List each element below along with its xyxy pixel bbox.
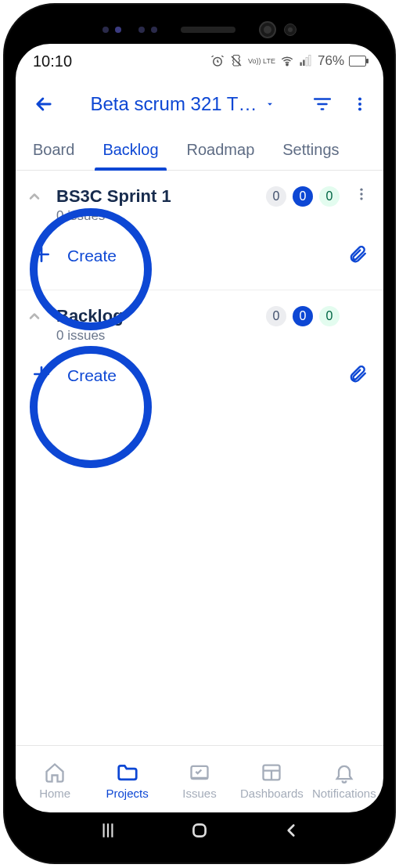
- system-nav-bar: [16, 812, 383, 852]
- status-indicators: Vo)) LTE 76%: [210, 53, 366, 69]
- tab-roadmap[interactable]: Roadmap: [184, 130, 258, 170]
- app-header: Beta scrum 321 T…: [16, 78, 383, 130]
- attach-button[interactable]: [347, 364, 368, 387]
- nav-label: Projects: [106, 787, 149, 800]
- screen: 10:10 Vo)) LTE 76%: [16, 44, 383, 812]
- svg-point-12: [360, 197, 362, 200]
- filter-button[interactable]: [307, 88, 338, 120]
- nav-label: Notifications: [312, 787, 376, 800]
- svg-rect-4: [303, 60, 304, 67]
- collapse-toggle[interactable]: [27, 306, 45, 327]
- badge-todo: 0: [266, 306, 286, 326]
- badge-done: 0: [319, 186, 340, 207]
- home-button[interactable]: [189, 820, 210, 844]
- volte-icon: Vo)) LTE: [248, 58, 275, 65]
- sprint-section: BS3C Sprint 1 0 issues 0 0 0: [16, 171, 383, 290]
- svg-point-10: [360, 189, 362, 191]
- nav-issues[interactable]: Issues: [164, 762, 235, 800]
- battery-percent: 76%: [318, 53, 344, 69]
- status-time: 10:10: [33, 52, 72, 70]
- nav-label: Issues: [182, 787, 216, 800]
- svg-point-2: [286, 63, 288, 65]
- badge-in-progress: 0: [293, 186, 313, 207]
- nav-dashboards[interactable]: Dashboards: [235, 762, 307, 800]
- badge-done: 0: [319, 306, 340, 326]
- svg-point-9: [358, 107, 361, 110]
- dashboards-icon: [261, 762, 282, 783]
- alarm-icon: [210, 54, 225, 68]
- svg-point-8: [358, 103, 361, 106]
- svg-rect-5: [306, 58, 307, 67]
- folder-icon: [116, 762, 139, 783]
- system-back-button[interactable]: [281, 820, 301, 844]
- signal-icon: [299, 54, 313, 68]
- battery-icon: [349, 56, 366, 67]
- svg-rect-15: [193, 824, 205, 836]
- svg-rect-6: [309, 56, 311, 67]
- attach-button[interactable]: [347, 244, 368, 268]
- status-bar: 10:10 Vo)) LTE 76%: [16, 44, 383, 78]
- nav-notifications[interactable]: Notifications: [308, 762, 380, 800]
- tab-backlog[interactable]: Backlog: [99, 130, 161, 170]
- backlog-title: Backlog: [56, 306, 255, 326]
- back-button[interactable]: [28, 88, 59, 120]
- backlog-section: Backlog 0 issues 0 0 0 . Create: [16, 290, 383, 409]
- project-title: Beta scrum 321 T…: [91, 93, 257, 115]
- recents-button[interactable]: [98, 820, 118, 844]
- sprint-title: BS3C Sprint 1: [56, 186, 255, 207]
- create-issue-button[interactable]: Create: [67, 366, 332, 385]
- status-badges: 0 0 0: [266, 306, 340, 326]
- nav-label: Dashboards: [240, 787, 304, 800]
- backlog-content[interactable]: BS3C Sprint 1 0 issues 0 0 0: [16, 171, 383, 745]
- svg-point-11: [360, 193, 362, 195]
- chevron-down-icon: [264, 99, 275, 110]
- sprint-issue-count: 0 issues: [56, 208, 255, 224]
- create-issue-button[interactable]: Create: [67, 247, 332, 265]
- bell-icon: [333, 762, 355, 783]
- more-button[interactable]: [349, 88, 371, 120]
- svg-rect-3: [300, 63, 301, 67]
- nav-projects[interactable]: Projects: [91, 762, 163, 800]
- project-tabs: Board Backlog Roadmap Settings: [16, 130, 383, 171]
- home-icon: [44, 762, 66, 783]
- tab-board[interactable]: Board: [30, 130, 77, 170]
- svg-point-7: [358, 98, 361, 101]
- backlog-issue-count: 0 issues: [56, 328, 255, 344]
- badge-in-progress: 0: [293, 306, 313, 326]
- nav-label: Home: [39, 787, 70, 800]
- project-selector[interactable]: Beta scrum 321 T…: [70, 93, 296, 115]
- issues-icon: [189, 762, 210, 783]
- sprint-more-button[interactable]: [350, 186, 372, 202]
- collapse-toggle[interactable]: [27, 186, 45, 207]
- plus-icon: [31, 364, 52, 387]
- status-badges: 0 0 0: [266, 186, 340, 207]
- badge-todo: 0: [266, 186, 286, 207]
- nav-home[interactable]: Home: [19, 762, 91, 800]
- wifi-icon: [280, 54, 294, 68]
- vibrate-icon: [229, 54, 243, 68]
- tab-settings[interactable]: Settings: [279, 130, 342, 170]
- bottom-nav: Home Projects Issues Dashboards: [16, 745, 383, 812]
- phone-hardware-top: [16, 16, 383, 44]
- plus-icon: [31, 244, 52, 268]
- phone-frame: 10:10 Vo)) LTE 76%: [5, 5, 394, 863]
